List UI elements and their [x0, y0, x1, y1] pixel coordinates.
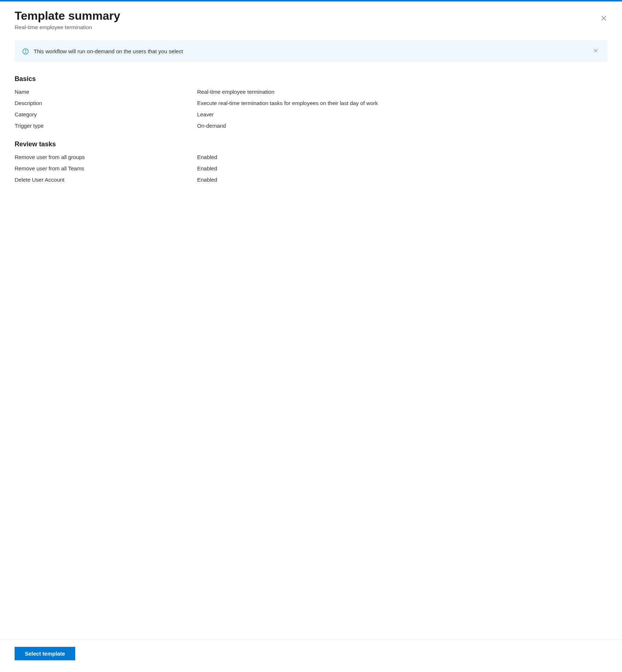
- info-banner-text: This workflow will run on-demand on the …: [34, 48, 183, 54]
- basics-label: Name: [15, 89, 197, 95]
- header-titles: Template summary Real-time employee term…: [15, 9, 120, 30]
- review-task-row: Remove user from all Teams Enabled: [15, 165, 607, 171]
- basics-value: On-demand: [197, 123, 226, 129]
- content-area: Basics Name Real-time employee terminati…: [0, 62, 622, 639]
- basics-value: Execute real-time termination tasks for …: [197, 100, 378, 106]
- close-button[interactable]: [597, 12, 610, 26]
- basics-row: Name Real-time employee termination: [15, 89, 607, 95]
- info-banner-dismiss-button[interactable]: [591, 46, 600, 56]
- info-icon: [22, 48, 29, 55]
- page-container: Template summary Real-time employee term…: [0, 0, 622, 672]
- select-template-button[interactable]: Select template: [15, 647, 75, 660]
- footer: Select template: [0, 639, 622, 672]
- info-banner: This workflow will run on-demand on the …: [15, 40, 607, 62]
- basics-value: Real-time employee termination: [197, 89, 274, 95]
- review-task-row: Delete User Account Enabled: [15, 177, 607, 183]
- basics-label: Category: [15, 111, 197, 117]
- basics-label: Description: [15, 100, 197, 106]
- page-title: Template summary: [15, 9, 120, 23]
- basics-row: Description Execute real-time terminatio…: [15, 100, 607, 106]
- review-task-value: Enabled: [197, 165, 217, 171]
- info-banner-content: This workflow will run on-demand on the …: [22, 48, 183, 55]
- basics-row: Category Leaver: [15, 111, 607, 117]
- page-subtitle: Real-time employee termination: [15, 24, 120, 30]
- close-icon: [600, 15, 607, 23]
- review-task-label: Delete User Account: [15, 177, 197, 183]
- review-task-label: Remove user from all Teams: [15, 165, 197, 171]
- page-header: Template summary Real-time employee term…: [0, 1, 622, 35]
- review-task-label: Remove user from all groups: [15, 154, 197, 160]
- basics-row: Trigger type On-demand: [15, 123, 607, 129]
- section-title-basics: Basics: [15, 75, 607, 83]
- basics-label: Trigger type: [15, 123, 197, 129]
- review-task-value: Enabled: [197, 154, 217, 160]
- svg-point-4: [25, 50, 26, 50]
- section-title-review-tasks: Review tasks: [15, 140, 607, 148]
- basics-value: Leaver: [197, 111, 214, 117]
- close-icon: [593, 48, 599, 55]
- review-task-value: Enabled: [197, 177, 217, 183]
- review-task-row: Remove user from all groups Enabled: [15, 154, 607, 160]
